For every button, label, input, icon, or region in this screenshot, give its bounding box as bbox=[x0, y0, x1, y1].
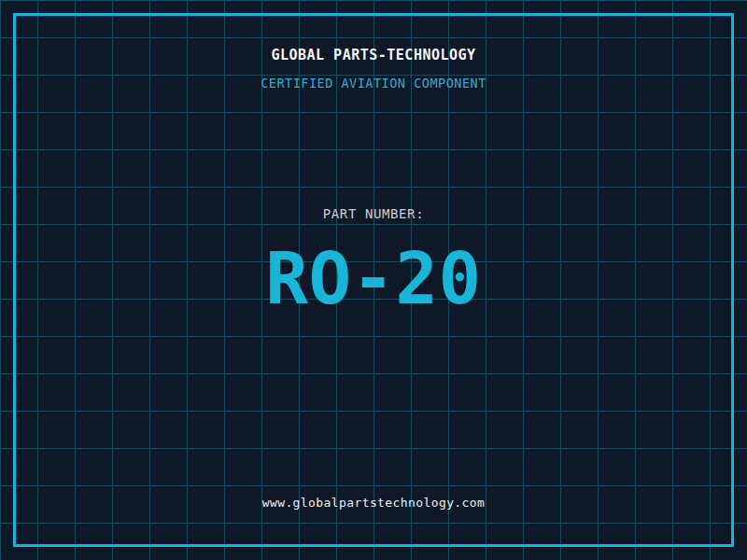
part-number-label: PART NUMBER: bbox=[0, 206, 747, 221]
website-url: www.globalpartstechnology.com bbox=[0, 496, 747, 510]
brand-title: GLOBAL PARTS-TECHNOLOGY bbox=[0, 47, 747, 63]
part-number-value: RO-20 bbox=[0, 241, 747, 317]
certified-subtitle: CERTIFIED AVIATION COMPONENT bbox=[0, 76, 747, 91]
